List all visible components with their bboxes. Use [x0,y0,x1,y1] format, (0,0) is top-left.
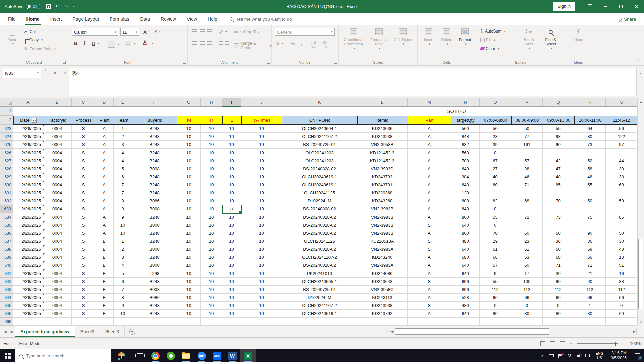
zoom-out-icon[interactable]: − [570,342,573,345]
cell[interactable]: OLCH20240605-1 [282,278,357,286]
scroll-right-icon[interactable]: ▶ [632,328,636,335]
unikey-icon[interactable]: V [565,349,574,362]
scroll-up-icon[interactable]: ▲ [638,98,644,105]
cell[interactable]: B248 [132,237,177,245]
increase-decimal-button[interactable]: ←0.00 [311,41,316,48]
close-button[interactable] [629,0,644,13]
cell[interactable]: 10 [241,173,282,181]
filter-icon[interactable]: ▾ [32,118,37,123]
cell[interactable]: 2/26/2025 [13,133,43,141]
conditional-formatting-button[interactable]: Conditional Formatting▾ [341,27,366,57]
cell[interactable]: 10 [177,133,201,141]
cell[interactable]: 3 [114,141,132,149]
cell[interactable]: BS-20240828-02 [282,213,357,221]
table-header-itemid[interactable]: ItemId [357,116,408,125]
cell[interactable]: S [72,197,95,205]
row-number-632[interactable]: 632 [0,197,13,205]
cell[interactable]: 800 [451,229,480,237]
cell[interactable]: 50 [511,261,543,269]
cell[interactable]: 10 [201,245,222,253]
vertical-scroll-thumb[interactable] [638,239,643,309]
cell[interactable]: 0004 [43,278,72,286]
row-number-631[interactable]: 631 [0,189,13,197]
cell[interactable]: S [72,294,95,302]
cell[interactable]: 10 [201,278,222,286]
cell[interactable]: 10 [201,221,222,229]
cell[interactable]: A [95,205,114,213]
table-header-w-times[interactable]: W-Times [241,116,282,125]
cell[interactable]: 10 [177,294,201,302]
cell[interactable]: 560 [451,125,480,133]
align-right-icon[interactable] [207,41,212,45]
cell[interactable]: 10 [222,286,241,294]
cell[interactable]: KD243260 [357,197,408,205]
cell[interactable]: 10 [201,165,222,173]
save-icon[interactable] [46,4,51,9]
column-header-Q[interactable]: Q [543,98,574,106]
cell[interactable]: 38 [511,165,543,173]
cell[interactable]: 90 [574,278,606,286]
cell[interactable]: 2/26/2025 [13,125,43,133]
cell[interactable]: 0004 [43,286,72,294]
new-sheet-button[interactable]: + [129,329,135,335]
column-header-O[interactable]: O [480,98,511,106]
cell[interactable]: B248 [132,125,177,133]
cell[interactable]: 66 [574,294,606,302]
cell[interactable]: 0004 [43,141,72,149]
cell[interactable]: 1 [574,302,606,310]
cell[interactable]: S [72,173,95,181]
cell[interactable]: A [408,269,451,278]
cell[interactable]: 77 [511,133,543,141]
cell[interactable] [543,189,574,197]
cell[interactable]: 10 [241,294,282,302]
cell[interactable]: A [408,310,451,318]
cell[interactable] [511,149,543,157]
format-as-table-button[interactable]: Format as Table▾ [367,27,391,57]
page-layout-view-icon[interactable] [550,341,555,346]
cell[interactable]: B248 [132,173,177,181]
table-header-07-00-08-00[interactable]: 07:00-08:00 [480,116,511,125]
table-header-date[interactable]: Date▾ [13,116,43,125]
cell[interactable]: 2/26/2025 [13,261,43,269]
underline-button[interactable]: U▾ [92,40,99,46]
cell[interactable]: 10 [222,294,241,302]
cell[interactable]: A [408,205,451,213]
column-header-L[interactable]: L [357,98,408,106]
zoom-slider-knob[interactable] [615,342,616,346]
cell[interactable]: A [95,221,114,229]
cell[interactable]: 640 [451,269,480,278]
cell[interactable]: S [72,213,95,221]
page-break-view-icon[interactable] [560,341,565,346]
cell[interactable]: 9 [114,213,132,221]
table-header-cnhpono[interactable]: CNHPONo [282,116,357,125]
cell[interactable]: 56 [606,125,637,133]
cell[interactable]: 10 [201,125,222,133]
tell-me-search[interactable] [230,17,313,22]
format-cells-button[interactable]: Format▾ [457,27,473,57]
cell[interactable] [574,221,606,229]
cell[interactable]: 30 [606,165,637,173]
cell[interactable]: 0 [480,205,511,213]
restore-button[interactable] [613,0,629,13]
cell[interactable]: B248 [132,310,177,318]
cell[interactable]: 9 [480,269,511,278]
cell[interactable]: S [72,205,95,213]
number-dialog-launcher-icon[interactable] [334,61,337,64]
cell[interactable]: KD243238 [357,302,408,310]
row-number-626[interactable]: 626 [0,149,13,157]
cell[interactable]: 23 [511,237,543,245]
cell[interactable]: S [72,133,95,141]
cell[interactable]: 10 [222,165,241,173]
cell[interactable]: 10 [222,310,241,318]
cell[interactable]: 71 [543,261,574,269]
cell[interactable]: 73 [574,141,606,149]
column-header-C[interactable]: C [72,98,95,106]
cell[interactable]: KD243113 [357,294,408,302]
cell[interactable]: B [95,302,114,310]
column-header-N[interactable]: N [451,98,480,106]
taskbar-zoom-app[interactable] [194,349,209,362]
cell[interactable]: 10 [241,205,282,213]
sheet-tab-exported-from-gridview[interactable]: Exported from gridview [15,326,75,337]
cell[interactable]: 0004 [43,197,72,205]
cell[interactable]: 4 [114,261,132,269]
